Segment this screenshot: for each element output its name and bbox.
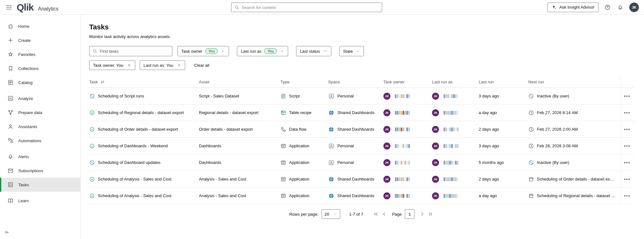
- chip-remove-button[interactable]: [177, 63, 181, 67]
- space-label: Personal: [337, 94, 354, 98]
- table-row[interactable]: Scheduling of Order details - dataset ex…: [89, 121, 634, 138]
- previous-page-button[interactable]: [381, 211, 388, 217]
- tasks-table: TaskAssetTypeSpaceTask ownerLast run asL…: [89, 76, 634, 204]
- table-row[interactable]: Scheduling of Script runs Script - Sales…: [89, 88, 634, 104]
- collapse-sidebar-icon: [4, 229, 10, 235]
- table-row[interactable]: Scheduling of Dashboards - Weekend Dashb…: [89, 138, 634, 154]
- table-row[interactable]: Scheduling of Analysis - Sales and Cost …: [89, 188, 634, 204]
- sidebar-item-learn[interactable]: Learn: [0, 194, 80, 208]
- column-header-type[interactable]: Type: [280, 76, 328, 88]
- top-bar: Qlik Analytics Ask Insight Advisor JK: [0, 0, 644, 15]
- last-page-button[interactable]: [427, 211, 434, 217]
- sidebar-item-subscriptions[interactable]: Subscriptions: [0, 164, 80, 178]
- sidebar-collapse-button[interactable]: [4, 229, 10, 235]
- sidebar-item-alerts[interactable]: Alerts: [0, 150, 80, 164]
- table-body: Scheduling of Script runs Script - Sales…: [89, 88, 634, 204]
- sidebar-item-label: Catalog: [18, 80, 33, 85]
- personal-space-icon: [328, 93, 334, 99]
- filter-dropdown-state[interactable]: State: [339, 46, 364, 56]
- next-page-button[interactable]: [419, 211, 425, 217]
- row-actions-button[interactable]: •••: [624, 160, 630, 165]
- sidebar-item-catalog[interactable]: Catalog: [0, 75, 80, 89]
- run-as-history-sparkline: [444, 194, 459, 198]
- column-header-last-run[interactable]: Last run: [479, 76, 528, 88]
- row-actions-cell: •••: [621, 121, 633, 137]
- app-launcher-button[interactable]: [5, 4, 13, 11]
- last-run-as-cell: JK: [432, 171, 479, 187]
- next-run-clock-icon: [528, 110, 534, 116]
- table-row[interactable]: Scheduling of Regional details - dataset…: [89, 104, 634, 121]
- next-run-inactive-icon: [528, 160, 534, 166]
- user-avatar[interactable]: JK: [629, 3, 639, 12]
- product-name: Analytics: [38, 6, 59, 12]
- sidebar-item-prepare-data[interactable]: Prepare data: [0, 105, 80, 120]
- sidebar-item-analyze[interactable]: Analyze: [0, 91, 80, 105]
- next-run-clock-icon: [528, 127, 534, 132]
- column-header-task-owner[interactable]: Task owner: [383, 76, 432, 88]
- table-header-row: TaskAssetTypeSpaceTask ownerLast run asL…: [89, 76, 634, 88]
- notifications-button[interactable]: [617, 4, 624, 11]
- row-actions-button[interactable]: •••: [624, 127, 630, 132]
- asset-name: Analysis - Sales and Cost: [199, 177, 246, 181]
- row-actions-button[interactable]: •••: [624, 110, 630, 115]
- table-recipe-icon: [280, 110, 286, 116]
- next-run-task-icon: [528, 176, 534, 182]
- insight-advisor-button[interactable]: Ask Insight Advisor: [547, 3, 599, 12]
- first-page-button[interactable]: [373, 211, 379, 217]
- column-header-last-run-as[interactable]: Last run as: [432, 76, 479, 88]
- sidebar-item-assistants[interactable]: Assistants: [0, 120, 80, 134]
- status-success-icon: [89, 143, 95, 149]
- column-header-next-run[interactable]: Next run: [528, 76, 621, 88]
- last-run-cell: 3 days ago: [479, 138, 528, 154]
- shared-space-icon: [328, 126, 334, 133]
- run-as-history-sparkline: [444, 127, 459, 131]
- sidebar-item-tasks[interactable]: Tasks: [0, 178, 80, 192]
- row-actions-button[interactable]: •••: [624, 177, 630, 181]
- space-cell: Personal: [328, 154, 383, 171]
- close-icon: [177, 63, 181, 67]
- owner-run-history-sparkline: [395, 177, 410, 181]
- asset-cell: Analysis - Sales and Cost: [199, 171, 280, 187]
- column-header-asset[interactable]: Asset: [199, 76, 280, 88]
- asset-name: Dashboards: [199, 160, 221, 165]
- find-tasks-input[interactable]: [100, 49, 169, 54]
- rows-per-page-label: Rows per page:: [289, 212, 318, 217]
- sidebar-item-favorites[interactable]: Favorites: [0, 47, 80, 61]
- type-label: Application: [289, 160, 310, 165]
- rows-per-page-select[interactable]: 20: [322, 209, 340, 219]
- sidebar: Home Create Favorites Collections Catalo…: [0, 15, 81, 239]
- task-owner-cell: JK: [383, 121, 432, 137]
- task-cell: Scheduling of Analysis - Sales and Cost: [89, 171, 199, 187]
- status-success-icon: [89, 193, 95, 199]
- filter-dropdown-last-run-as[interactable]: Last run as You: [237, 46, 288, 56]
- chip-remove-button[interactable]: [127, 63, 131, 67]
- global-search-input[interactable]: [242, 5, 379, 10]
- application-icon: [280, 176, 286, 182]
- table-row[interactable]: Scheduling of Dashboard updates Dashboar…: [89, 154, 634, 171]
- owner-avatar: JK: [383, 93, 390, 100]
- row-actions-button[interactable]: •••: [624, 193, 630, 198]
- sidebar-item-collections[interactable]: Collections: [0, 61, 80, 75]
- column-header-task[interactable]: Task: [89, 76, 199, 88]
- sidebar-item-home[interactable]: Home: [0, 19, 80, 33]
- task-owner-cell: JK: [383, 88, 432, 104]
- row-actions-button[interactable]: •••: [624, 143, 630, 148]
- clear-all-button[interactable]: Clear all: [194, 63, 209, 68]
- next-run-inactive-icon: [528, 93, 534, 99]
- owner-run-history-sparkline: [395, 144, 410, 148]
- sparkle-icon: [552, 5, 557, 10]
- help-button[interactable]: [604, 4, 611, 11]
- owner-avatar: JK: [383, 176, 390, 183]
- last-run-as-cell: JK: [432, 154, 479, 171]
- sidebar-item-create[interactable]: Create: [0, 33, 80, 47]
- column-header-space[interactable]: Space: [328, 76, 383, 88]
- filter-dropdown-task-owner[interactable]: Task owner You: [177, 46, 229, 56]
- run-as-history-sparkline: [444, 111, 459, 115]
- sidebar-item-automations[interactable]: Automations: [0, 134, 80, 148]
- filter-dropdown-last-status[interactable]: Last status: [296, 46, 331, 56]
- page-number-input[interactable]: [405, 209, 414, 219]
- row-actions-button[interactable]: •••: [624, 94, 630, 98]
- sidebar-item-label: Favorites: [18, 52, 35, 57]
- table-row[interactable]: Scheduling of Analysis - Sales and Cost …: [89, 171, 634, 188]
- task-name: Scheduling of Dashboards - Weekend: [98, 143, 168, 148]
